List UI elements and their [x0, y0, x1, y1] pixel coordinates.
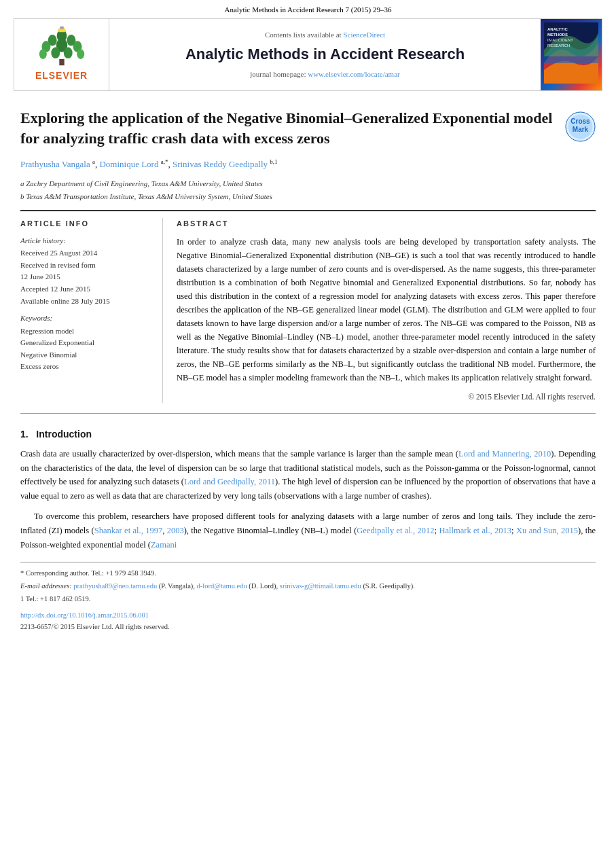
keywords-label: Keywords:	[20, 312, 152, 324]
section-divider-top	[20, 210, 596, 211]
svg-text:METHODS: METHODS	[547, 33, 568, 37]
journal-info-center: Contents lists available at ScienceDirec…	[109, 19, 541, 91]
email1-name: (P. Vangala),	[159, 582, 195, 590]
svg-text:Mark: Mark	[573, 126, 589, 133]
svg-text:RESEARCH: RESEARCH	[547, 43, 570, 48]
ref-shankar-1997[interactable]: Shankar et al., 1997	[94, 526, 162, 535]
email-geedipally[interactable]: srinivas-g@ttimail.tamu.edu	[280, 582, 361, 590]
doi-line: http://dx.doi.org/10.1016/j.amar.2015.06…	[20, 610, 596, 621]
article-body: Exploring the application of the Negativ…	[0, 91, 616, 646]
svg-text:ANALYTIC: ANALYTIC	[547, 27, 568, 31]
corresponding-author-note: * Corresponding author. Tel.: +1 979 458…	[20, 568, 596, 579]
section-title: 1. Introduction	[20, 427, 596, 442]
article-history-block: Article history: Received 25 August 2014…	[20, 235, 152, 307]
email-addresses-line: E-mail addresses: prathyusha89@neo.tamu.…	[20, 581, 596, 592]
intro-paragraph-2: To overcome this problem, researchers ha…	[20, 509, 596, 552]
svg-point-6	[39, 49, 46, 59]
homepage-line: journal homepage: www.elsevier.com/locat…	[250, 69, 399, 80]
affiliation-b: b Texas A&M Transportation Institute, Te…	[20, 191, 596, 202]
svg-rect-10	[59, 59, 64, 65]
article-title-text: Exploring the application of the Negativ…	[20, 108, 565, 148]
article-title-block: Exploring the application of the Negativ…	[20, 108, 596, 148]
svg-point-8	[63, 47, 72, 58]
abstract-label: Abstract	[177, 218, 596, 230]
accepted-date: Accepted 12 June 2015	[20, 283, 152, 296]
email-vangala[interactable]: prathyusha89@neo.tamu.edu	[73, 582, 157, 590]
article-footer: * Corresponding author. Tel.: +1 979 458…	[20, 562, 596, 632]
elsevier-logo: ELSEVIER	[35, 26, 89, 83]
journal-header: ELSEVIER Contents lists available at Sci…	[14, 18, 602, 92]
journal-cover-image: ANALYTIC METHODS IN ACCIDENT RESEARCH	[541, 19, 602, 91]
svg-text:Cross: Cross	[570, 118, 590, 125]
issn-line: 2213-6657/© 2015 Elsevier Ltd. All right…	[20, 622, 596, 632]
section-number: 1.	[20, 429, 29, 440]
available-date: Available online 28 July 2015	[20, 296, 152, 308]
email-label: E-mail addresses:	[20, 582, 73, 590]
email2-name: (D. Lord),	[249, 582, 278, 590]
author-geedipally[interactable]: Srinivas Reddy Geedipally	[173, 160, 268, 170]
cover-overlay-text: ANALYTIC METHODS IN ACCIDENT RESEARCH	[544, 22, 598, 88]
ref-hallmark-2013[interactable]: Hallmark et al., 2013	[439, 526, 511, 535]
ref-zamani[interactable]: Zamani	[151, 540, 177, 550]
ref-shankar-2003[interactable]: 2003	[167, 526, 184, 535]
abstract-text: In order to analyze crash data, many new…	[177, 235, 596, 384]
cover-art-icon: ANALYTIC METHODS IN ACCIDENT RESEARCH	[544, 22, 598, 84]
ref-lord-mannering-2010[interactable]: Lord and Mannering, 2010	[458, 449, 551, 459]
journal-title: Analytic Methods in Accident Research	[185, 45, 465, 65]
intro-paragraph-1: Crash data are usually characterized by …	[20, 447, 596, 503]
affiliation-a: a Zachry Department of Civil Engineering…	[20, 178, 596, 190]
keyword-3: Negative Binomial	[20, 349, 152, 361]
sciencedirect-link[interactable]: ScienceDirect	[343, 31, 385, 39]
article-info-label: Article Info	[20, 218, 152, 230]
crossmark-icon[interactable]: Cross Mark	[565, 111, 596, 142]
history-label: Article history:	[20, 235, 152, 247]
contents-available-line: Contents lists available at ScienceDirec…	[265, 29, 385, 41]
svg-point-9	[77, 49, 84, 59]
tel-note: 1 Tel.: +1 817 462 0519.	[20, 594, 596, 605]
homepage-link[interactable]: www.elsevier.com/locate/amar	[308, 70, 400, 78]
elsevier-tree-icon	[35, 26, 89, 67]
svg-text:IN ACCIDENT: IN ACCIDENT	[547, 38, 573, 42]
svg-point-7	[51, 47, 60, 58]
keywords-block: Keywords: Regression model Generalized E…	[20, 312, 152, 373]
ref-geedipally-2012[interactable]: Geedipally et al., 2012	[357, 526, 434, 535]
keyword-2: Generalized Exponential	[20, 337, 152, 349]
article-info-column: Article Info Article history: Received 2…	[20, 218, 163, 403]
revised-date: 12 June 2015	[20, 271, 152, 283]
publisher-logo-area: ELSEVIER	[14, 19, 109, 91]
copyright-line: © 2015 Elsevier Ltd. All rights reserved…	[177, 391, 596, 403]
page: Analytic Methods in Accident Research 7 …	[0, 0, 616, 841]
elsevier-wordmark: ELSEVIER	[35, 69, 88, 83]
email3-name: (S.R. Geedipally).	[363, 582, 414, 590]
journal-citation: Analytic Methods in Accident Research 7 …	[225, 5, 392, 14]
section-heading: Introduction	[36, 429, 92, 440]
doi-link[interactable]: http://dx.doi.org/10.1016/j.amar.2015.06…	[20, 611, 149, 619]
author-lord[interactable]: Dominique Lord	[99, 160, 158, 170]
authors-line: Prathyusha Vangala a, Dominique Lord a,*…	[20, 158, 596, 171]
introduction-section: 1. Introduction Crash data are usually c…	[20, 427, 596, 552]
keyword-4: Excess zeros	[20, 361, 152, 373]
section-divider-mid	[20, 413, 596, 414]
affiliations-block: a Zachry Department of Civil Engineering…	[20, 178, 596, 202]
received-date: Received 25 August 2014	[20, 247, 152, 260]
author-vangala[interactable]: Prathyusha Vangala	[20, 160, 90, 170]
ref-lord-geedipally-2011[interactable]: Lord and Geedipally, 2011	[184, 477, 275, 486]
keyword-1: Regression model	[20, 325, 152, 338]
svg-rect-12	[60, 26, 64, 29]
info-abstract-columns: Article Info Article history: Received 2…	[20, 218, 596, 403]
keywords-list: Regression model Generalized Exponential…	[20, 325, 152, 373]
abstract-column: Abstract In order to analyze crash data,…	[177, 218, 596, 403]
journal-citation-bar: Analytic Methods in Accident Research 7 …	[0, 0, 616, 18]
revised-label: Received in revised form	[20, 260, 152, 272]
ref-xu-sun-2015[interactable]: Xu and Sun, 2015	[516, 526, 578, 535]
email-lord[interactable]: d-lord@tamu.edu	[197, 582, 247, 590]
